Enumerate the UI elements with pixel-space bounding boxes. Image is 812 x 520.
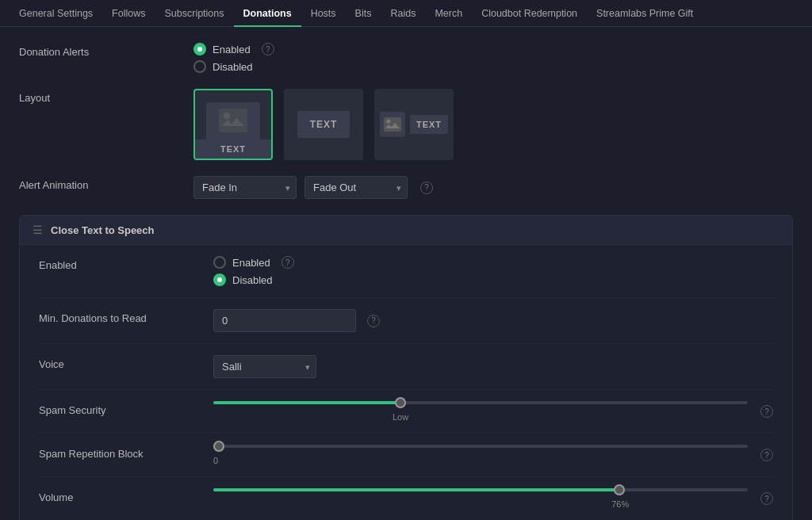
donation-alerts-row: Donation Alerts Enabled ? Disabled — [19, 43, 793, 73]
nav-prime-gift[interactable]: Streamlabs Prime Gift — [587, 0, 703, 27]
main-content: Donation Alerts Enabled ? Disabled Layou… — [0, 27, 812, 520]
tts-spam-repetition-row: Spam Repetition Block 0 ? — [39, 434, 773, 477]
volume-percent-label: 76% — [611, 499, 629, 509]
animation-help-icon[interactable]: ? — [420, 182, 433, 194]
tts-voice-select[interactable]: Salli Joanna Kendra Kimberly Matthew Jus… — [213, 355, 316, 378]
nav-donations[interactable]: Donations — [234, 0, 301, 27]
spam-repetition-thumb[interactable] — [213, 441, 224, 452]
tts-volume-control: 76% ? — [213, 488, 773, 509]
spam-repetition-value-label: 0 — [213, 456, 218, 465]
layout-card-image-text[interactable]: TEXT — [193, 89, 273, 160]
enabled-label: Enabled — [213, 44, 251, 55]
tts-voice-row: Voice Salli Joanna Kendra Kimberly Matth… — [39, 344, 773, 390]
tts-min-donations-row: Min. Donations to Read 0 ? — [39, 298, 773, 344]
spam-security-fill — [213, 401, 400, 404]
tts-enabled-option[interactable]: Enabled ? — [213, 256, 773, 269]
tts-header[interactable]: ☰ Close Text to Speech — [20, 216, 792, 245]
layout-card-text-center: TEXT — [297, 111, 350, 138]
animation-dropdowns-row: Fade In Slide In Pop In Fade Out Slide O… — [193, 176, 793, 199]
tts-section: ☰ Close Text to Speech Enabled Enabled ? — [19, 215, 793, 520]
enabled-help-icon[interactable]: ? — [262, 43, 274, 55]
nav-bits[interactable]: Bits — [346, 0, 381, 27]
volume-fill — [213, 488, 619, 491]
alert-animation-control: Fade In Slide In Pop In Fade Out Slide O… — [193, 176, 793, 199]
nav-follows[interactable]: Follows — [102, 0, 155, 27]
tts-volume-label: Volume — [39, 488, 213, 503]
tts-enabled-radio-group: Enabled ? Disabled — [213, 256, 773, 286]
svg-point-3 — [386, 120, 390, 124]
svg-rect-0 — [219, 109, 247, 132]
layout-card-text-side: TEXT — [410, 115, 448, 134]
donation-alerts-label: Donation Alerts — [19, 43, 193, 58]
tts-spam-repetition-label: Spam Repetition Block — [39, 445, 213, 460]
tts-spam-security-row: Spam Security Low ? — [39, 390, 773, 434]
layout-control: TEXT TEXT TEXT — [193, 89, 793, 160]
fade-out-select-wrapper: Fade Out Slide Out Pop Out — [304, 176, 408, 199]
tts-min-donations-help-icon[interactable]: ? — [367, 315, 380, 327]
nav-raids[interactable]: Raids — [381, 0, 425, 27]
layout-cards: TEXT TEXT TEXT — [193, 89, 793, 160]
tts-min-donations-control: 0 ? — [213, 309, 773, 332]
enabled-option[interactable]: Enabled ? — [193, 43, 793, 55]
tts-min-donations-label: Min. Donations to Read — [39, 309, 213, 324]
spam-repetition-help-icon[interactable]: ? — [760, 449, 773, 461]
nav-subscriptions[interactable]: Subscriptions — [155, 0, 233, 27]
fade-in-select[interactable]: Fade In Slide In Pop In — [193, 176, 297, 199]
nav-hosts[interactable]: Hosts — [301, 0, 346, 27]
tts-enabled-row: Enabled Enabled ? Disabled — [39, 245, 773, 298]
svg-rect-2 — [384, 117, 401, 132]
tts-enabled-radio[interactable] — [213, 256, 226, 269]
tts-header-title: Close Text to Speech — [51, 224, 155, 236]
nav-merch[interactable]: Merch — [425, 0, 472, 27]
layout-card-text-label: TEXT — [195, 140, 271, 159]
donation-alerts-control: Enabled ? Disabled — [193, 43, 793, 73]
spam-security-slider[interactable] — [213, 401, 748, 404]
disabled-radio[interactable] — [193, 60, 206, 73]
layout-card-text-only[interactable]: TEXT — [284, 89, 363, 160]
volume-help-icon[interactable]: ? — [760, 492, 773, 505]
tts-enabled-help-icon[interactable]: ? — [282, 256, 294, 269]
layout-card-image-text-row[interactable]: TEXT — [374, 89, 454, 160]
tts-spam-security-control: Low ? — [213, 401, 773, 422]
layout-row: Layout TEXT TEXT — [19, 89, 793, 160]
tts-enabled-text: Enabled — [232, 257, 270, 269]
alert-animation-row: Alert Animation Fade In Slide In Pop In … — [19, 176, 793, 199]
layout-label: Layout — [19, 89, 193, 104]
tts-disabled-text: Disabled — [232, 274, 273, 286]
spam-repetition-slider[interactable] — [213, 445, 748, 448]
tts-voice-select-wrapper: Salli Joanna Kendra Kimberly Matthew Jus… — [213, 355, 316, 378]
disabled-option[interactable]: Disabled — [193, 60, 793, 73]
layout-card-image-area — [206, 102, 259, 140]
alert-animation-label: Alert Animation — [19, 176, 193, 191]
tts-enabled-label: Enabled — [39, 256, 213, 271]
tts-min-donations-input[interactable]: 0 — [213, 309, 356, 332]
tts-disabled-option[interactable]: Disabled — [213, 273, 773, 286]
spam-security-level-label: Low — [393, 412, 408, 422]
spam-security-help-icon[interactable]: ? — [760, 405, 773, 418]
tts-spam-security-label: Spam Security — [39, 401, 213, 416]
volume-slider[interactable] — [213, 488, 748, 491]
top-navigation: General Settings Follows Subscriptions D… — [0, 0, 812, 27]
layout-card-img-small — [380, 112, 405, 137]
nav-general-settings[interactable]: General Settings — [10, 0, 102, 27]
fade-out-select[interactable]: Fade Out Slide Out Pop Out — [304, 176, 408, 199]
tts-body: Enabled Enabled ? Disabled — [20, 245, 792, 520]
enabled-radio[interactable] — [193, 43, 206, 55]
tts-header-icon: ☰ — [33, 224, 43, 236]
donation-alerts-radio-group: Enabled ? Disabled — [193, 43, 793, 73]
disabled-label: Disabled — [213, 61, 253, 73]
tts-spam-repetition-control: 0 ? — [213, 445, 773, 465]
tts-voice-label: Voice — [39, 355, 213, 370]
tts-voice-control: Salli Joanna Kendra Kimberly Matthew Jus… — [213, 355, 773, 378]
spam-security-thumb[interactable] — [395, 397, 406, 408]
svg-point-1 — [224, 113, 230, 119]
tts-enabled-control: Enabled ? Disabled — [213, 256, 773, 286]
tts-disabled-radio[interactable] — [213, 273, 226, 286]
volume-thumb[interactable] — [614, 484, 625, 495]
nav-cloudbot[interactable]: Cloudbot Redemption — [472, 0, 587, 27]
tts-volume-row: Volume 76% ? — [39, 477, 773, 520]
fade-in-select-wrapper: Fade In Slide In Pop In — [193, 176, 297, 199]
